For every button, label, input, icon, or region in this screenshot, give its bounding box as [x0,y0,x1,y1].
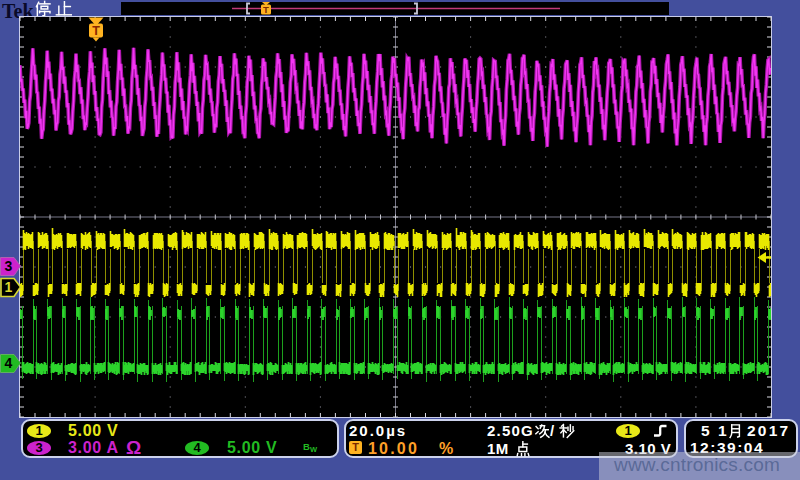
svg-text:3: 3 [5,258,13,274]
svg-text:1: 1 [5,279,13,295]
svg-text:T: T [92,24,100,38]
svg-text:4: 4 [5,355,13,371]
